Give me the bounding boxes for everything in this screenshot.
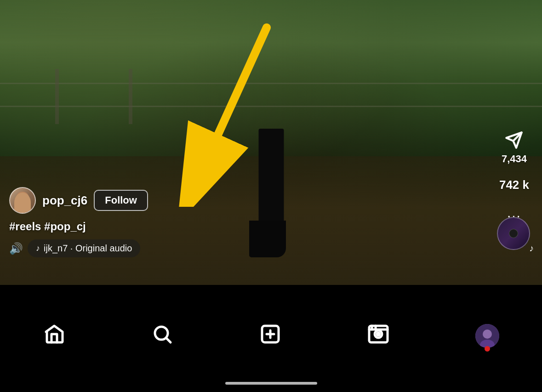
music-note-icon: ♪	[36, 244, 40, 253]
profile-avatar	[475, 324, 499, 348]
follow-button[interactable]: Follow	[94, 190, 148, 211]
audio-text: ijk_n7 · Original audio	[44, 243, 132, 254]
user-row: pop_cj6 Follow	[9, 187, 487, 214]
disc-outer	[497, 217, 530, 250]
audio-pill[interactable]: ♪ ijk_n7 · Original audio	[28, 239, 140, 257]
disc-inner	[509, 229, 518, 238]
share-count: 7,434	[502, 153, 527, 165]
home-indicator	[225, 382, 317, 385]
nav-items	[0, 285, 542, 382]
fence-line	[0, 106, 542, 107]
username[interactable]: pop_cj6	[42, 193, 87, 208]
fence-post	[129, 69, 132, 124]
bottom-overlay: pop_cj6 Follow #reels #pop_cj 🔊 ♪ ijk_n7…	[9, 187, 487, 257]
search-icon	[151, 323, 173, 348]
nav-item-profile[interactable]	[475, 324, 499, 348]
send-count: 742 k	[499, 178, 529, 192]
profile-dot	[485, 346, 490, 352]
send-icon	[505, 131, 523, 151]
nav-item-search[interactable]	[151, 323, 173, 348]
music-disc[interactable]: ♪	[497, 217, 534, 254]
nav-item-add[interactable]	[259, 323, 281, 348]
fence-line	[0, 83, 542, 84]
nav-item-reels[interactable]	[367, 323, 389, 348]
bottom-nav	[0, 285, 542, 392]
home-icon	[43, 323, 65, 348]
disc-note-icon: ♪	[529, 243, 534, 254]
speaker-icon[interactable]: 🔊	[9, 242, 23, 255]
svg-line-5	[166, 338, 171, 342]
right-actions: 7,434 742 k ...	[499, 131, 529, 221]
avatar[interactable]	[9, 187, 36, 214]
reels-icon	[367, 323, 389, 348]
send-action[interactable]: 742 k	[499, 178, 529, 192]
nav-item-home[interactable]	[43, 323, 65, 348]
svg-point-11	[377, 333, 380, 335]
hashtags[interactable]: #reels #pop_cj	[9, 220, 487, 233]
share-action[interactable]: 7,434	[502, 131, 527, 165]
fence-post	[55, 69, 59, 124]
avatar-face	[14, 193, 31, 213]
audio-row: 🔊 ♪ ijk_n7 · Original audio	[9, 239, 487, 257]
video-area: 7,434 742 k ... ♪ pop_cj6 Follow #reels …	[0, 0, 542, 285]
add-icon	[259, 323, 281, 348]
svg-point-16	[483, 330, 492, 339]
